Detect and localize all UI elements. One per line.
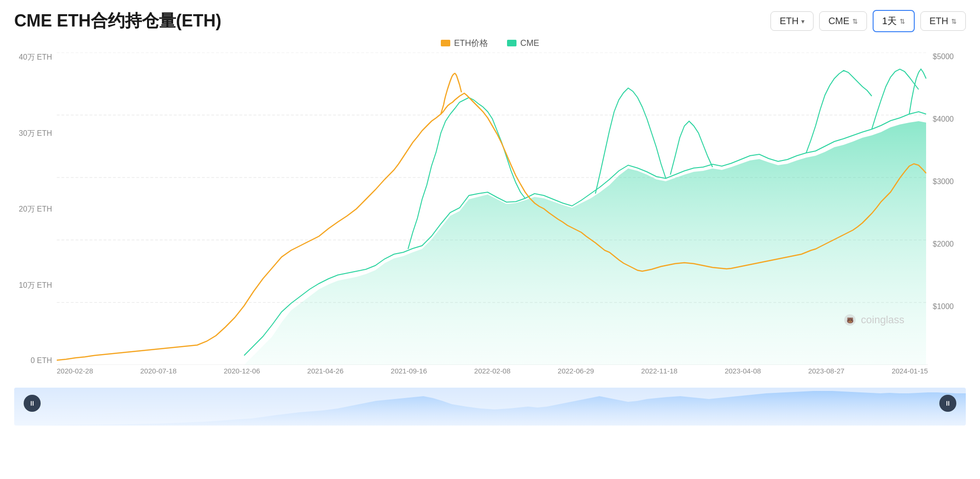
y-right-label-0: $5000 [933, 53, 966, 61]
y-axis-left: 40万 ETH 30万 ETH 20万 ETH 10万 ETH 0 ETH [14, 53, 57, 365]
x-label-3: 2021-04-26 [307, 367, 344, 375]
legend-label-cme: CME [520, 38, 539, 48]
watermark-text: coinglass [861, 314, 904, 326]
y-left-label-2: 20万 ETH [14, 204, 52, 214]
timeframe-spinner-icon: ⇅ [900, 18, 905, 25]
legend-dot-cme [507, 40, 516, 46]
exchange-label: CME [828, 16, 849, 27]
legend-dot-eth-price [441, 40, 450, 46]
timeframe-select[interactable]: 1天 ⇅ [873, 10, 915, 32]
y-right-label-4: $1000 [933, 302, 966, 311]
x-label-10: 2024-01-15 [892, 367, 928, 375]
x-label-5: 2022-02-08 [474, 367, 511, 375]
y-left-label-1: 30万 ETH [14, 129, 52, 139]
unit-label: ETH [929, 16, 948, 27]
x-label-0: 2020-02-28 [57, 367, 93, 375]
x-label-4: 2021-09-16 [391, 367, 427, 375]
y-axis-right: $5000 $4000 $3000 $2000 $1000 [928, 53, 966, 365]
y-right-label-1: $4000 [933, 115, 966, 124]
legend-item-cme: CME [507, 37, 539, 49]
y-left-label-3: 10万 ETH [14, 281, 52, 291]
eth-price-peak [441, 73, 462, 114]
exchange-select[interactable]: CME ⇅ [819, 11, 866, 31]
minimap-handle-right[interactable]: ⏸ [939, 395, 956, 412]
controls-bar: ETH ▾ CME ⇅ 1天 ⇅ ETH ⇅ [770, 10, 966, 32]
x-label-7: 2022-11-18 [641, 367, 678, 375]
minimap-right-icon: ⏸ [945, 399, 951, 407]
x-axis: 2020-02-28 2020-07-18 2020-12-06 2021-04… [57, 367, 928, 384]
minimap-handle-left[interactable]: ⏸ [24, 395, 41, 412]
asset-label: ETH [779, 16, 798, 27]
minimap-container: ⏸ ⏸ [14, 388, 966, 440]
y-left-label-4: 0 ETH [14, 356, 52, 365]
x-label-6: 2022-06-29 [558, 367, 594, 375]
minimap-svg [14, 388, 966, 426]
x-label-8: 2023-04-08 [725, 367, 761, 375]
x-label-2: 2020-12-06 [224, 367, 260, 375]
asset-dropdown-icon: ▾ [801, 18, 805, 25]
x-label-1: 2020-07-18 [140, 367, 177, 375]
svg-text:🐻: 🐻 [847, 317, 854, 324]
minimap-left-icon: ⏸ [29, 399, 35, 407]
cme-area [244, 121, 926, 365]
minimap-area [14, 391, 966, 426]
chart-area: 40万 ETH 30万 ETH 20万 ETH 10万 ETH 0 ETH $5… [14, 53, 966, 384]
legend-label-eth-price: ETH价格 [454, 37, 488, 49]
exchange-spinner-icon: ⇅ [852, 18, 858, 25]
legend-item-eth-price: ETH价格 [441, 37, 488, 49]
chart-svg-container [57, 53, 928, 365]
main-container: CME ETH合约持仓量(ETH) ETH ▾ CME ⇅ 1天 ⇅ ETH ⇅… [0, 0, 980, 479]
watermark: 🐻 coinglass [843, 313, 904, 327]
y-left-label-0: 40万 ETH [14, 53, 52, 62]
y-right-label-3: $2000 [933, 240, 966, 248]
coinglass-logo-icon: 🐻 [843, 313, 857, 327]
timeframe-label: 1天 [882, 15, 897, 27]
chart-legend: ETH价格 CME [14, 37, 966, 49]
x-label-9: 2023-08-27 [808, 367, 845, 375]
unit-spinner-icon: ⇅ [951, 18, 957, 25]
main-chart-svg [57, 53, 928, 365]
asset-select[interactable]: ETH ▾ [770, 11, 814, 31]
y-right-label-2: $3000 [933, 177, 966, 186]
page-title: CME ETH合约持仓量(ETH) [14, 9, 221, 33]
header: CME ETH合约持仓量(ETH) ETH ▾ CME ⇅ 1天 ⇅ ETH ⇅ [14, 9, 966, 33]
cme-spike-2024b [909, 69, 926, 114]
unit-select[interactable]: ETH ⇅ [920, 11, 966, 31]
